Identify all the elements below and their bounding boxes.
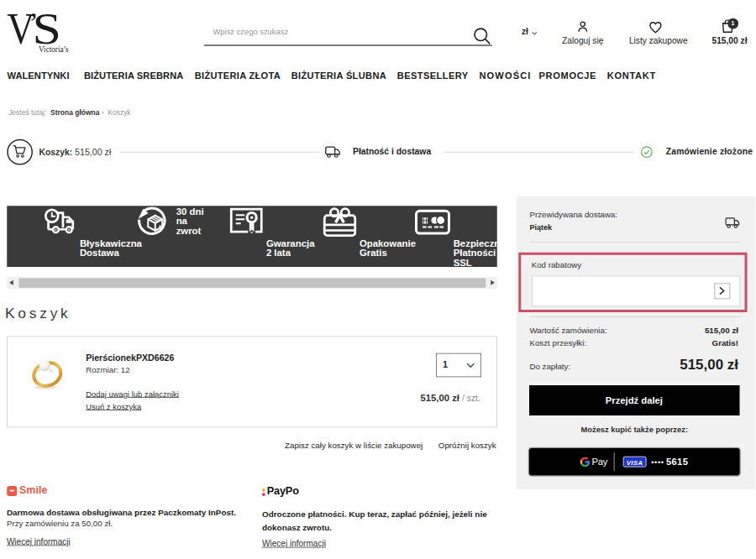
svg-text:Victoria’s: Victoria’s — [39, 44, 69, 54]
svg-text:’: ’ — [29, 9, 39, 38]
